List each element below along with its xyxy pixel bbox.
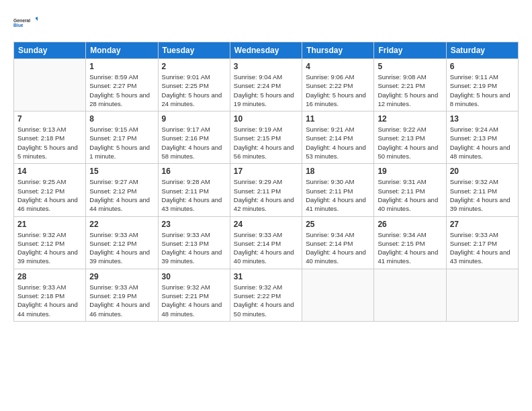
- day-info: Sunrise: 9:34 AM Sunset: 2:14 PM Dayligh…: [306, 230, 370, 266]
- calendar-cell: 21Sunrise: 9:32 AM Sunset: 2:12 PM Dayli…: [14, 216, 86, 269]
- day-number: 3: [234, 62, 298, 71]
- calendar-week-4: 21Sunrise: 9:32 AM Sunset: 2:12 PM Dayli…: [14, 216, 519, 269]
- day-info: Sunrise: 9:32 AM Sunset: 2:21 PM Dayligh…: [162, 283, 226, 318]
- calendar-header-thursday: Thursday: [302, 42, 374, 59]
- day-info: Sunrise: 9:30 AM Sunset: 2:11 PM Dayligh…: [306, 177, 370, 213]
- calendar-cell: 3Sunrise: 9:04 AM Sunset: 2:24 PM Daylig…: [230, 59, 302, 111]
- day-number: 18: [306, 167, 370, 176]
- day-number: 24: [234, 220, 298, 229]
- day-number: 10: [234, 114, 298, 124]
- day-number: 4: [306, 62, 370, 71]
- day-number: 29: [89, 272, 154, 281]
- day-number: 27: [450, 220, 515, 229]
- day-number: 17: [234, 167, 298, 176]
- calendar-week-1: 1Sunrise: 8:59 AM Sunset: 2:27 PM Daylig…: [14, 59, 519, 111]
- day-info: Sunrise: 9:28 AM Sunset: 2:11 PM Dayligh…: [162, 177, 226, 213]
- day-info: Sunrise: 9:29 AM Sunset: 2:11 PM Dayligh…: [234, 177, 298, 213]
- calendar-cell: 29Sunrise: 9:33 AM Sunset: 2:19 PM Dayli…: [86, 269, 158, 321]
- calendar-table: SundayMondayTuesdayWednesdayThursdayFrid…: [13, 42, 519, 322]
- day-info: Sunrise: 9:01 AM Sunset: 2:25 PM Dayligh…: [162, 73, 226, 108]
- day-number: 21: [17, 220, 82, 229]
- calendar-cell: 13Sunrise: 9:24 AM Sunset: 2:13 PM Dayli…: [446, 111, 518, 164]
- day-info: Sunrise: 9:32 AM Sunset: 2:11 PM Dayligh…: [450, 177, 515, 213]
- day-info: Sunrise: 9:15 AM Sunset: 2:17 PM Dayligh…: [89, 125, 154, 161]
- day-info: Sunrise: 9:21 AM Sunset: 2:14 PM Dayligh…: [306, 125, 370, 161]
- logo: General Blue: [13, 11, 38, 35]
- day-info: Sunrise: 9:33 AM Sunset: 2:17 PM Dayligh…: [450, 230, 515, 266]
- calendar-cell: 14Sunrise: 9:25 AM Sunset: 2:12 PM Dayli…: [14, 164, 86, 216]
- calendar-cell: [446, 269, 518, 321]
- day-info: Sunrise: 9:08 AM Sunset: 2:21 PM Dayligh…: [378, 73, 442, 108]
- calendar-cell: 1Sunrise: 8:59 AM Sunset: 2:27 PM Daylig…: [86, 59, 158, 111]
- calendar-header-tuesday: Tuesday: [158, 42, 230, 59]
- day-info: Sunrise: 9:27 AM Sunset: 2:12 PM Dayligh…: [89, 177, 154, 213]
- day-number: 28: [17, 272, 82, 281]
- day-info: Sunrise: 9:34 AM Sunset: 2:15 PM Dayligh…: [378, 230, 442, 266]
- calendar-cell: 27Sunrise: 9:33 AM Sunset: 2:17 PM Dayli…: [446, 216, 518, 269]
- day-number: 25: [306, 220, 370, 229]
- day-info: Sunrise: 9:25 AM Sunset: 2:12 PM Dayligh…: [17, 177, 82, 213]
- day-info: Sunrise: 9:33 AM Sunset: 2:12 PM Dayligh…: [89, 230, 154, 266]
- calendar-cell: 17Sunrise: 9:29 AM Sunset: 2:11 PM Dayli…: [230, 164, 302, 216]
- header: General Blue: [13, 11, 519, 35]
- day-number: 1: [89, 62, 154, 71]
- day-number: 5: [378, 62, 442, 71]
- day-info: Sunrise: 9:33 AM Sunset: 2:18 PM Dayligh…: [17, 283, 82, 318]
- day-info: Sunrise: 9:17 AM Sunset: 2:16 PM Dayligh…: [162, 125, 226, 161]
- day-info: Sunrise: 9:11 AM Sunset: 2:19 PM Dayligh…: [450, 73, 515, 108]
- day-number: 14: [17, 167, 82, 176]
- calendar-header-saturday: Saturday: [446, 42, 518, 59]
- calendar-cell: 30Sunrise: 9:32 AM Sunset: 2:21 PM Dayli…: [158, 269, 230, 321]
- day-info: Sunrise: 9:33 AM Sunset: 2:19 PM Dayligh…: [89, 283, 154, 318]
- calendar-cell: 9Sunrise: 9:17 AM Sunset: 2:16 PM Daylig…: [158, 111, 230, 164]
- day-info: Sunrise: 9:32 AM Sunset: 2:22 PM Dayligh…: [234, 283, 298, 318]
- calendar-cell: 19Sunrise: 9:31 AM Sunset: 2:11 PM Dayli…: [374, 164, 446, 216]
- calendar-header-wednesday: Wednesday: [230, 42, 302, 59]
- day-number: 2: [162, 62, 226, 71]
- calendar-cell: 20Sunrise: 9:32 AM Sunset: 2:11 PM Dayli…: [446, 164, 518, 216]
- calendar-cell: 16Sunrise: 9:28 AM Sunset: 2:11 PM Dayli…: [158, 164, 230, 216]
- calendar-cell: 15Sunrise: 9:27 AM Sunset: 2:12 PM Dayli…: [86, 164, 158, 216]
- day-number: 16: [162, 167, 226, 176]
- day-number: 26: [378, 220, 442, 229]
- svg-marker-2: [35, 17, 38, 21]
- calendar-cell: 8Sunrise: 9:15 AM Sunset: 2:17 PM Daylig…: [86, 111, 158, 164]
- calendar-header-monday: Monday: [86, 42, 158, 59]
- day-number: 20: [450, 167, 515, 176]
- calendar-cell: 24Sunrise: 9:33 AM Sunset: 2:14 PM Dayli…: [230, 216, 302, 269]
- day-info: Sunrise: 9:22 AM Sunset: 2:13 PM Dayligh…: [378, 125, 442, 161]
- calendar-week-3: 14Sunrise: 9:25 AM Sunset: 2:12 PM Dayli…: [14, 164, 519, 216]
- day-number: 19: [378, 167, 442, 176]
- calendar-cell: 28Sunrise: 9:33 AM Sunset: 2:18 PM Dayli…: [14, 269, 86, 321]
- calendar-cell: 6Sunrise: 9:11 AM Sunset: 2:19 PM Daylig…: [446, 59, 518, 111]
- calendar-cell: 10Sunrise: 9:19 AM Sunset: 2:15 PM Dayli…: [230, 111, 302, 164]
- calendar-cell: [374, 269, 446, 321]
- day-info: Sunrise: 9:33 AM Sunset: 2:13 PM Dayligh…: [162, 230, 226, 266]
- day-number: 8: [89, 114, 154, 124]
- svg-text:Blue: Blue: [13, 23, 24, 28]
- calendar-header-row: SundayMondayTuesdayWednesdayThursdayFrid…: [14, 42, 519, 59]
- calendar-header-friday: Friday: [374, 42, 446, 59]
- calendar-cell: 23Sunrise: 9:33 AM Sunset: 2:13 PM Dayli…: [158, 216, 230, 269]
- day-info: Sunrise: 9:24 AM Sunset: 2:13 PM Dayligh…: [450, 125, 515, 161]
- day-info: Sunrise: 9:32 AM Sunset: 2:12 PM Dayligh…: [17, 230, 82, 266]
- day-info: Sunrise: 9:13 AM Sunset: 2:18 PM Dayligh…: [17, 125, 82, 161]
- calendar-cell: 11Sunrise: 9:21 AM Sunset: 2:14 PM Dayli…: [302, 111, 374, 164]
- day-info: Sunrise: 8:59 AM Sunset: 2:27 PM Dayligh…: [89, 73, 154, 108]
- logo-svg: General Blue: [13, 11, 38, 35]
- day-number: 13: [450, 114, 515, 124]
- calendar-cell: [302, 269, 374, 321]
- calendar-cell: 5Sunrise: 9:08 AM Sunset: 2:21 PM Daylig…: [374, 59, 446, 111]
- day-info: Sunrise: 9:19 AM Sunset: 2:15 PM Dayligh…: [234, 125, 298, 161]
- calendar-cell: [14, 59, 86, 111]
- day-number: 15: [89, 167, 154, 176]
- day-number: 22: [89, 220, 154, 229]
- day-info: Sunrise: 9:31 AM Sunset: 2:11 PM Dayligh…: [378, 177, 442, 213]
- calendar-cell: 4Sunrise: 9:06 AM Sunset: 2:22 PM Daylig…: [302, 59, 374, 111]
- calendar-header-sunday: Sunday: [14, 42, 86, 59]
- svg-text:General: General: [13, 18, 30, 23]
- day-number: 30: [162, 272, 226, 281]
- calendar-cell: 22Sunrise: 9:33 AM Sunset: 2:12 PM Dayli…: [86, 216, 158, 269]
- day-number: 6: [450, 62, 515, 71]
- day-number: 7: [17, 114, 82, 124]
